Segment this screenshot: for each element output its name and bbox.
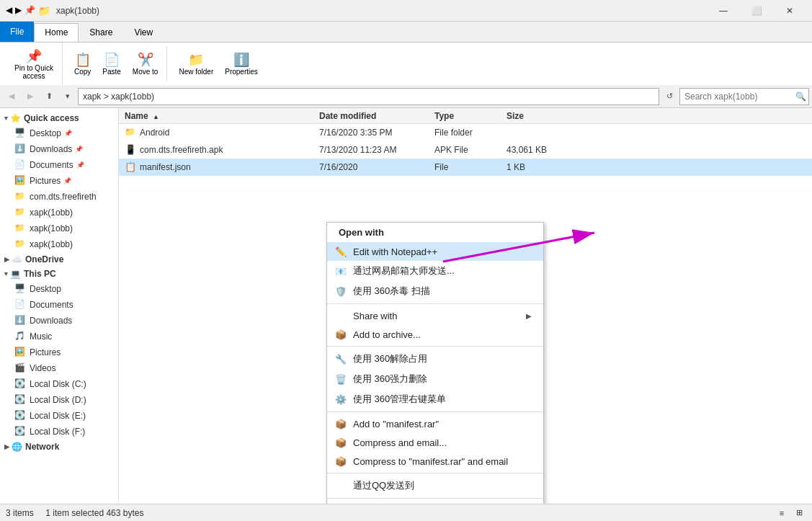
sidebar-section-onedrive[interactable]: ▶ ☁️ OneDrive (0, 252, 118, 267)
sidebar-section-this-pc[interactable]: ▾ 💻 This PC (0, 267, 118, 281)
ctx-item-compress-rar-email[interactable]: 📦 Compress to "manifest.rar" and email (327, 452, 543, 471)
sidebar-item-desktop-label: Desktop (30, 128, 61, 138)
compress-email-icon: 📦 (334, 436, 347, 449)
sidebar-item-xapk2[interactable]: 📁 xapk(1obb) (0, 221, 118, 236)
search-input[interactable] (684, 92, 793, 102)
360-delete-icon: 🗑️ (334, 373, 347, 386)
maximize-button[interactable]: ⬜ (740, 0, 773, 22)
sidebar-item-documents-label: Documents (30, 160, 73, 170)
sidebar-item-local-d[interactable]: 💽 Local Disk (D:) (0, 392, 118, 408)
file-size: 1 KB (501, 162, 573, 172)
sidebar-item-pc-desktop[interactable]: 🖥️ Desktop (0, 281, 118, 297)
title-bar-controls: — ⬜ ✕ (707, 0, 806, 22)
ctx-item-360-free[interactable]: 🔧 使用 360解除占用 (327, 349, 543, 369)
view-details-button[interactable]: ≡ (775, 506, 789, 520)
tab-home[interactable]: Home (34, 23, 79, 42)
sidebar-item-pc-downloads[interactable]: ⬇️ Downloads (0, 313, 118, 329)
ctx-item-email-163-label: 通过网易邮箱大师发送... (353, 264, 455, 277)
ribbon-move-to[interactable]: ✂️ Move to (130, 49, 161, 79)
sidebar-item-pc-desktop-label: Desktop (30, 284, 61, 294)
sidebar-item-xapk3[interactable]: 📁 xapk(1obb) (0, 236, 118, 252)
nav-forward-button[interactable]: ▶ (22, 88, 39, 105)
xapk3-icon: 📁 (14, 239, 26, 250)
file-type: File (429, 162, 501, 172)
sidebar-section-network[interactable]: ▶ 🌐 Network (0, 440, 118, 454)
refresh-button[interactable]: ↺ (661, 88, 678, 105)
close-button[interactable]: ✕ (773, 0, 806, 22)
notepad-icon: ✏️ (334, 245, 347, 258)
col-header-name[interactable]: Name ▲ (119, 111, 313, 121)
sidebar-item-pc-documents[interactable]: 📄 Documents (0, 297, 118, 313)
sidebar-item-pc-documents-label: Documents (30, 300, 73, 310)
ctx-item-email-163[interactable]: 📧 通过网易邮箱大师发送... (327, 261, 543, 281)
col-header-date[interactable]: Date modified (313, 111, 429, 121)
ctx-item-restore-versions[interactable]: Restore previous versions (327, 501, 543, 504)
pc-documents-icon: 📄 (14, 299, 26, 311)
sidebar-item-local-e[interactable]: 💽 Local Disk (E:) (0, 408, 118, 424)
sidebar-item-pc-pictures[interactable]: 🖼️ Pictures (0, 344, 118, 360)
tab-view[interactable]: View (123, 23, 164, 42)
ctx-item-360-delete[interactable]: 🗑️ 使用 360强力删除 (327, 369, 543, 389)
ribbon-pin-quick-access[interactable]: 📌 Pin to Quick access (12, 45, 56, 83)
ctx-item-add-rar[interactable]: 📦 Add to "manifest.rar" (327, 414, 543, 433)
sidebar-item-freefireth[interactable]: 📁 com.dts.freefireth (0, 189, 118, 205)
sidebar-item-local-c[interactable]: 💽 Local Disk (C:) (0, 376, 118, 392)
share-with-arrow-icon: ▶ (526, 312, 532, 320)
sidebar-item-pc-videos[interactable]: 🎬 Videos (0, 360, 118, 376)
ctx-item-share-with[interactable]: Share with ▶ (327, 306, 543, 325)
network-label: Network (25, 442, 59, 452)
file-name: Android (140, 128, 169, 138)
sidebar-item-desktop[interactable]: 🖥️ Desktop 📌 (0, 125, 118, 141)
minimize-button[interactable]: — (707, 0, 740, 22)
ribbon-properties[interactable]: ℹ️ Properties (222, 49, 261, 79)
ctx-item-share-with-label: Share with (353, 311, 397, 321)
view-grid-button[interactable]: ⊞ (792, 506, 806, 520)
ctx-item-compress-email-label: Compress and email... (353, 437, 447, 448)
ribbon-copy[interactable]: 📋 Copy (71, 49, 94, 79)
sidebar-item-pc-downloads-label: Downloads (30, 316, 72, 326)
quick-access-label: Quick access (24, 113, 79, 123)
sidebar-section-quick-access[interactable]: ▾ ⭐ Quick access (0, 111, 118, 125)
freefireth-icon: 📁 (14, 191, 26, 202)
local-d-icon: 💽 (14, 394, 26, 406)
sidebar-item-pc-music[interactable]: 🎵 Music (0, 329, 118, 344)
sidebar-item-local-c-label: Local Disk (C:) (30, 379, 86, 389)
tab-share[interactable]: Share (79, 23, 123, 42)
ctx-item-360-manage[interactable]: ⚙️ 使用 360管理右键菜单 (327, 389, 543, 409)
sidebar-item-xapk1[interactable]: 📁 xapk(1obb) (0, 205, 118, 221)
downloads-pin-icon: 📌 (75, 146, 83, 153)
sidebar-item-downloads[interactable]: ⬇️ Downloads 📌 (0, 141, 118, 157)
pictures-pin-icon: 📌 (63, 177, 71, 184)
table-row[interactable]: 📁 Android 7/16/2020 3:35 PM File folder (119, 124, 812, 141)
col-header-type[interactable]: Type (429, 111, 501, 121)
pc-music-icon: 🎵 (14, 331, 26, 342)
recent-locations-button[interactable]: ▾ (59, 88, 76, 105)
nav-back-button[interactable]: ◀ (3, 88, 20, 105)
sidebar: ▾ ⭐ Quick access 🖥️ Desktop 📌 ⬇️ Downloa… (0, 108, 119, 504)
sidebar-item-documents[interactable]: 📄 Documents 📌 (0, 157, 118, 173)
breadcrumb: xapk > xapk(1obb) (83, 92, 154, 102)
col-header-size[interactable]: Size (501, 111, 573, 121)
network-chevron: ▶ (4, 443, 9, 450)
table-row[interactable]: 📱 com.dts.freefireth.apk 7/13/2020 11:23… (119, 141, 812, 159)
nav-up-button[interactable]: ⬆ (40, 88, 58, 105)
address-path[interactable]: xapk > xapk(1obb) (78, 88, 659, 105)
context-menu: Open with ✏️ Edit with Notepad++ 📧 通过网易邮… (326, 222, 544, 504)
local-e-icon: 💽 (14, 410, 26, 422)
file-date: 7/16/2020 (313, 162, 429, 172)
this-pc-label: This PC (24, 269, 56, 279)
documents-pin-icon: 📌 (76, 161, 84, 169)
ctx-item-scan-360[interactable]: 🛡️ 使用 360杀毒 扫描 (327, 281, 543, 301)
title-bar-icon-fwd: ▶ (15, 5, 22, 17)
compress-rar-email-icon: 📦 (334, 455, 347, 468)
ctx-item-edit-notepad[interactable]: ✏️ Edit with Notepad++ (327, 242, 543, 261)
sidebar-item-local-f[interactable]: 💽 Local Disk (F:) (0, 424, 118, 440)
ctx-item-qq-send[interactable]: 通过QQ发送到 (327, 476, 543, 496)
ctx-item-add-archive[interactable]: 📦 Add to archive... (327, 325, 543, 344)
sidebar-item-pictures[interactable]: 🖼️ Pictures 📌 (0, 173, 118, 189)
ribbon-new-folder[interactable]: 📁 New folder (176, 49, 216, 79)
table-row[interactable]: 📋 manifest.json 7/16/2020 File 1 KB (119, 159, 812, 176)
ctx-item-compress-email[interactable]: 📦 Compress and email... (327, 433, 543, 452)
ribbon-paste[interactable]: 📄 Paste (99, 49, 124, 79)
tab-file[interactable]: File (0, 22, 34, 42)
